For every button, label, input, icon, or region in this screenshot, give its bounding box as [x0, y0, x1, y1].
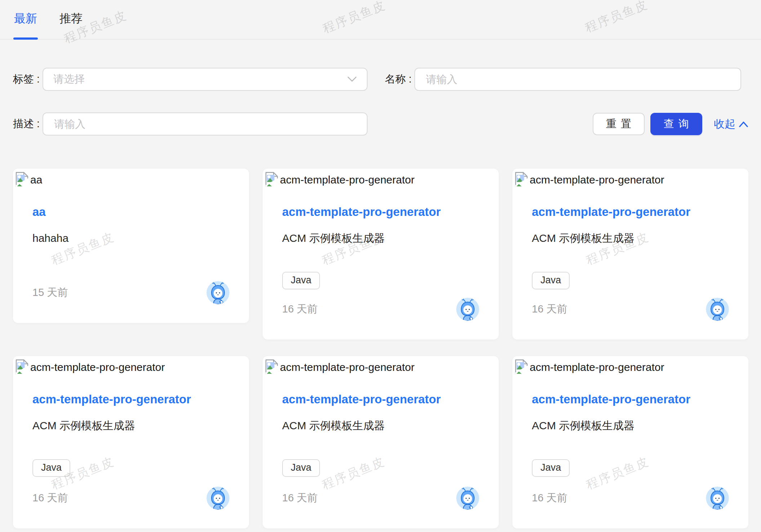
tag-select-placeholder: 请选择 — [53, 72, 85, 87]
card-description: ACM 示例模板生成器 — [282, 231, 479, 246]
mascot-avatar-icon — [206, 281, 230, 304]
tag-select[interactable]: 请选择 — [43, 68, 368, 91]
broken-image-icon — [15, 172, 29, 188]
tag-field-label: 标签 : — [13, 72, 40, 87]
card-footer: 16 天前 — [532, 298, 729, 321]
name-input-wrap — [414, 68, 741, 91]
card-time: 16 天前 — [32, 491, 68, 505]
author-avatar — [706, 487, 729, 510]
reset-button[interactable]: 重置 — [593, 113, 645, 135]
card-cover-alt-text: acm-template-pro-generator — [530, 174, 664, 186]
card-cover-alt-text: acm-template-pro-generator — [530, 361, 664, 373]
mascot-avatar-icon — [706, 298, 729, 321]
template-card[interactable]: acm-template-pro-generator acm-template-… — [263, 169, 499, 340]
card-time: 16 天前 — [282, 491, 317, 505]
desc-field-label: 描述 : — [13, 117, 40, 131]
card-grid: aa aa hahaha 15 天前 — [0, 169, 761, 528]
tab-recommended[interactable]: 推荐 — [59, 0, 83, 39]
card-tag-row: Java — [32, 459, 230, 477]
name-input[interactable] — [425, 73, 730, 86]
tag-chip[interactable]: Java — [282, 272, 320, 289]
broken-image-icon — [514, 172, 529, 188]
author-avatar — [456, 487, 479, 510]
card-time: 15 天前 — [32, 285, 68, 300]
collapse-link-label: 收起 — [714, 117, 735, 132]
card-cover-alt-text: acm-template-pro-generator — [30, 361, 165, 373]
tab-latest[interactable]: 最新 — [13, 0, 38, 39]
tag-chip[interactable]: Java — [32, 459, 70, 477]
broken-image-icon — [15, 359, 29, 375]
card-title-link[interactable]: acm-template-pro-generator — [532, 391, 729, 407]
card-cover-image: acm-template-pro-generator — [514, 359, 664, 375]
card-footer: 16 天前 — [282, 298, 479, 321]
card-description: ACM 示例模板生成器 — [532, 418, 729, 433]
author-avatar — [206, 487, 230, 510]
card-description: ACM 示例模板生成器 — [32, 418, 230, 433]
card-cover-alt-text: acm-template-pro-generator — [280, 174, 415, 186]
card-cover-image: acm-template-pro-generator — [15, 359, 165, 375]
card-cover-image: acm-template-pro-generator — [264, 359, 415, 375]
search-button[interactable]: 查询 — [650, 113, 702, 135]
card-title-link[interactable]: aa — [32, 204, 230, 220]
tab-recommended-label: 推荐 — [59, 12, 83, 25]
card-cover-alt-text: aa — [30, 174, 42, 186]
mascot-avatar-icon — [206, 487, 230, 510]
card-footer: 16 天前 — [532, 487, 729, 510]
desc-input[interactable] — [53, 118, 357, 130]
card-footer: 16 天前 — [282, 487, 479, 510]
tag-chip[interactable]: Java — [532, 272, 570, 289]
desc-input-wrap — [43, 112, 368, 136]
card-title-link[interactable]: acm-template-pro-generator — [32, 391, 230, 407]
chevron-down-icon — [347, 76, 357, 82]
filter-row-2: 描述 : 重置 查询 收起 — [13, 112, 748, 136]
author-avatar — [456, 298, 479, 321]
template-card[interactable]: acm-template-pro-generator acm-template-… — [512, 169, 748, 340]
card-tag-row: Java — [532, 272, 729, 289]
filter-row-1: 标签 : 请选择 名称 : — [13, 68, 748, 91]
broken-image-icon — [264, 359, 279, 375]
tag-chip[interactable]: Java — [282, 459, 320, 477]
collapse-link[interactable]: 收起 — [714, 117, 748, 132]
card-time: 16 天前 — [532, 302, 567, 316]
template-card[interactable]: acm-template-pro-generator acm-template-… — [512, 356, 748, 528]
tag-chip[interactable]: Java — [532, 459, 570, 477]
tabs-bar: 最新 推荐 — [0, 0, 761, 40]
template-card[interactable]: acm-template-pro-generator acm-template-… — [13, 356, 249, 528]
filter-actions: 重置 查询 收起 — [593, 113, 748, 135]
card-footer: 15 天前 — [32, 281, 230, 304]
card-tag-row: Java — [282, 272, 479, 289]
card-cover-image: acm-template-pro-generator — [514, 172, 664, 188]
card-time: 16 天前 — [532, 491, 567, 505]
mascot-avatar-icon — [456, 298, 479, 321]
card-description: ACM 示例模板生成器 — [532, 231, 729, 246]
template-card[interactable]: acm-template-pro-generator acm-template-… — [263, 356, 499, 528]
filter-form: 标签 : 请选择 名称 : 描述 : 重置 查询 收起 — [0, 68, 761, 136]
author-avatar — [206, 281, 230, 304]
card-tag-row: Java — [532, 459, 729, 477]
card-description: hahaha — [32, 231, 230, 246]
mascot-avatar-icon — [456, 487, 479, 510]
card-title-link[interactable]: acm-template-pro-generator — [282, 204, 479, 220]
tab-latest-label: 最新 — [14, 12, 37, 25]
card-time: 16 天前 — [282, 302, 317, 316]
chevron-up-icon — [739, 121, 748, 127]
template-card[interactable]: aa aa hahaha 15 天前 — [13, 169, 249, 323]
mascot-avatar-icon — [706, 487, 729, 510]
search-button-label: 查询 — [664, 117, 693, 131]
broken-image-icon — [514, 359, 529, 375]
card-tag-row: Java — [282, 459, 479, 477]
card-cover-image: acm-template-pro-generator — [264, 172, 415, 188]
broken-image-icon — [264, 172, 279, 188]
card-description: ACM 示例模板生成器 — [282, 418, 479, 433]
author-avatar — [706, 298, 729, 321]
card-cover-image: aa — [15, 172, 42, 188]
card-cover-alt-text: acm-template-pro-generator — [280, 361, 415, 373]
card-title-link[interactable]: acm-template-pro-generator — [282, 391, 479, 407]
name-field-label: 名称 : — [385, 72, 411, 87]
card-footer: 16 天前 — [32, 487, 230, 510]
card-title-link[interactable]: acm-template-pro-generator — [532, 204, 729, 220]
reset-button-label: 重置 — [606, 117, 636, 131]
